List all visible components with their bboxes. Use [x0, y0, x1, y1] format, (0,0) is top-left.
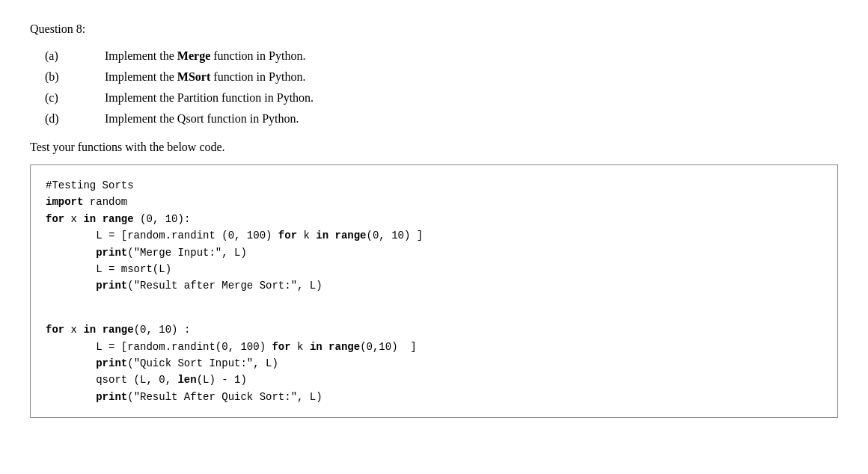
sub-question-a: (a) Implement the Merge function in Pyth… — [45, 49, 838, 63]
question-header: Question 8: — [30, 22, 838, 36]
sub-question-c: (c) Implement the Partition function in … — [45, 91, 838, 105]
sub-question-b: (b) Implement the MSort function in Pyth… — [45, 70, 838, 84]
sub-text-a: Implement the Merge function in Python. — [105, 49, 305, 63]
sub-text-b: Implement the MSort function in Python. — [105, 70, 305, 84]
sub-text-c: Implement the Partition function in Pyth… — [105, 91, 314, 105]
code-block: #Testing Sorts import random for x in ra… — [30, 164, 838, 418]
sub-questions: (a) Implement the Merge function in Pyth… — [45, 49, 838, 126]
code-import-line: import random — [46, 196, 127, 208]
sub-text-d: Implement the Qsort function in Python. — [105, 112, 299, 126]
code-for-loop2: for x in range(0, 10) : — [46, 324, 190, 336]
question-container: Question 8: (a) Implement the Merge func… — [30, 22, 838, 418]
sub-label-a: (a) — [45, 49, 105, 63]
sub-label-b: (b) — [45, 70, 105, 84]
sub-question-d: (d) Implement the Qsort function in Pyth… — [45, 112, 838, 126]
code-for-loop1: for x in range (0, 10): — [46, 213, 190, 225]
test-intro: Test your functions with the below code. — [30, 141, 838, 154]
sub-label-d: (d) — [45, 112, 105, 126]
code-comment-line1: #Testing Sorts — [46, 179, 134, 191]
sub-label-c: (c) — [45, 91, 105, 105]
